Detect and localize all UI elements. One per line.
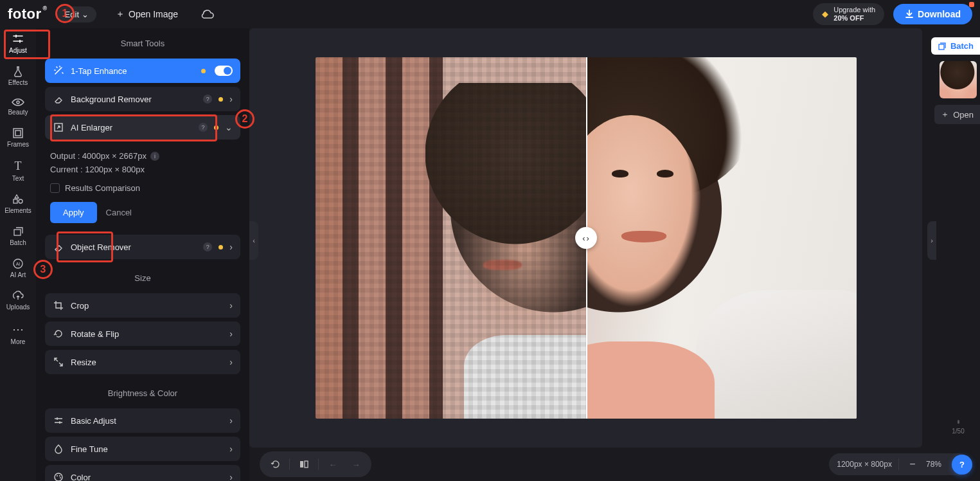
thumb-counter: 1/50 [952, 428, 964, 435]
fine-tune-row[interactable]: Fine Tune › [45, 437, 240, 461]
step-back-button: ← [324, 455, 342, 473]
comparison-image[interactable]: ‹ › [316, 57, 857, 419]
rail-elements[interactable]: Elements [3, 194, 33, 214]
open-label: Open [953, 110, 974, 120]
separator [289, 458, 290, 470]
ai-enlarger-label: AI Enlarger [71, 123, 192, 132]
flask-icon [12, 66, 24, 77]
color-row[interactable]: Color › [45, 465, 240, 481]
thumbnail[interactable] [940, 61, 977, 98]
help-icon[interactable]: ? [203, 95, 212, 104]
svg-point-12 [60, 477, 61, 478]
premium-dot-icon [201, 69, 206, 73]
open-in-panel-button[interactable]: ＋ Open [934, 105, 980, 124]
rail-label: Adjust [9, 47, 27, 54]
premium-dot-icon [218, 245, 223, 250]
rail-text[interactable]: T Text [3, 159, 33, 182]
chevron-right-icon: › [229, 415, 233, 426]
more-icon: ⋯ [12, 322, 24, 336]
upgrade-button[interactable]: ◆ Upgrade with 20% OFF [813, 3, 884, 24]
help-fab[interactable]: ? [952, 455, 972, 475]
rail-uploads[interactable]: Uploads [3, 290, 33, 311]
separator [898, 458, 899, 470]
rail-effects[interactable]: Effects [3, 66, 33, 86]
eraser-icon [53, 242, 64, 252]
comparison-slider-handle[interactable]: ‹ › [575, 227, 597, 249]
rotate-flip-row[interactable]: Rotate & Flip › [45, 322, 240, 346]
panel-collapse-toggle[interactable]: ‹ [249, 221, 258, 260]
eraser-icon [53, 94, 64, 104]
fine-tune-label: Fine Tune [71, 444, 223, 454]
basic-adjust-label: Basic Adjust [71, 416, 223, 426]
cloud-icon [200, 9, 214, 19]
apply-button[interactable]: Apply [50, 202, 97, 223]
rail-label: Elements [4, 207, 31, 214]
ai-enlarger-row[interactable]: AI Enlarger ? ⌄ [45, 115, 240, 140]
open-image-label: Open Image [129, 9, 178, 19]
ai-enlarger-body: Output : 4000px × 2667px i Current : 120… [48, 143, 238, 231]
basic-adjust-row[interactable]: Basic Adjust › [45, 408, 240, 433]
download-button[interactable]: Download [893, 4, 972, 24]
canvas-dimensions: 1200px × 800px [837, 460, 892, 469]
rail-adjust[interactable]: Adjust [3, 32, 33, 54]
plus-icon: ＋ [941, 109, 949, 120]
rail-beauty[interactable]: Beauty [3, 98, 33, 116]
palette-icon [53, 472, 64, 481]
svg-rect-3 [13, 199, 17, 203]
enhance-toggle[interactable] [215, 66, 233, 76]
step-forward-button: → [347, 455, 365, 473]
left-rail: Adjust Effects Beauty Frames T Text Elem… [0, 28, 36, 481]
canvas-area: ‹ › [249, 28, 922, 448]
svg-point-4 [19, 199, 22, 203]
rotate-flip-label: Rotate & Flip [71, 329, 223, 339]
right-panel: Batch ＋ Open [936, 28, 980, 448]
zoom-track[interactable] [958, 420, 959, 424]
rail-aiart[interactable]: AI AI Art [3, 258, 33, 278]
zoom-controls: 1200px × 800px − 78% + [829, 453, 970, 475]
zoom-percent: 78% [926, 460, 941, 469]
annotation-marker-3: 3 [33, 260, 53, 279]
chevron-right-icon: › [229, 300, 233, 311]
compare-toggle[interactable] [295, 455, 313, 473]
chevron-right-icon: › [229, 444, 233, 454]
object-remover-row[interactable]: Object Remover ? › [45, 235, 240, 259]
crop-row[interactable]: Crop › [45, 293, 240, 318]
cancel-button[interactable]: Cancel [106, 208, 132, 217]
results-comparison-checkbox[interactable] [50, 183, 60, 193]
chevron-down-icon: ⌄ [225, 122, 233, 132]
svg-rect-2 [15, 131, 21, 136]
svg-rect-15 [305, 461, 308, 467]
help-icon[interactable]: ? [203, 242, 212, 251]
zoom-out-button[interactable]: − [905, 457, 920, 471]
current-size-label: Current : 1200px × 800px [50, 165, 145, 174]
batch-button[interactable]: Batch [931, 37, 980, 55]
open-image-button[interactable]: ＋ Open Image [116, 8, 178, 20]
svg-point-0 [17, 101, 19, 104]
background-remover-row[interactable]: Background Remover ? › [45, 87, 240, 111]
upload-icon [12, 290, 24, 302]
chevron-right-icon: › [229, 472, 233, 481]
after-half [586, 57, 857, 419]
enlarge-icon [53, 122, 64, 132]
undo-button[interactable] [266, 455, 284, 473]
results-comparison-label: Results Comparison [65, 183, 140, 193]
separator [318, 458, 319, 470]
one-tap-enhance-label: 1-Tap Enhance [71, 66, 195, 76]
rail-frames[interactable]: Frames [3, 127, 33, 148]
chevron-down-icon: ⌄ [82, 10, 89, 19]
before-half [316, 57, 586, 419]
right-panel-toggle[interactable]: › [927, 221, 936, 260]
resize-row[interactable]: Resize › [45, 350, 240, 374]
text-icon: T [15, 159, 22, 173]
rail-more[interactable]: ⋯ More [3, 322, 33, 345]
info-icon[interactable]: i [150, 152, 159, 161]
diamond-icon: ◆ [822, 10, 828, 19]
batch-label: Batch [950, 41, 974, 51]
rail-label: Beauty [8, 109, 28, 116]
layers-icon [12, 226, 24, 237]
rail-label: Batch [10, 239, 26, 246]
one-tap-enhance-row[interactable]: 1-Tap Enhance [45, 59, 240, 83]
rail-batch[interactable]: Batch [3, 226, 33, 246]
help-icon[interactable]: ? [199, 123, 208, 132]
cloud-button[interactable] [197, 5, 217, 24]
